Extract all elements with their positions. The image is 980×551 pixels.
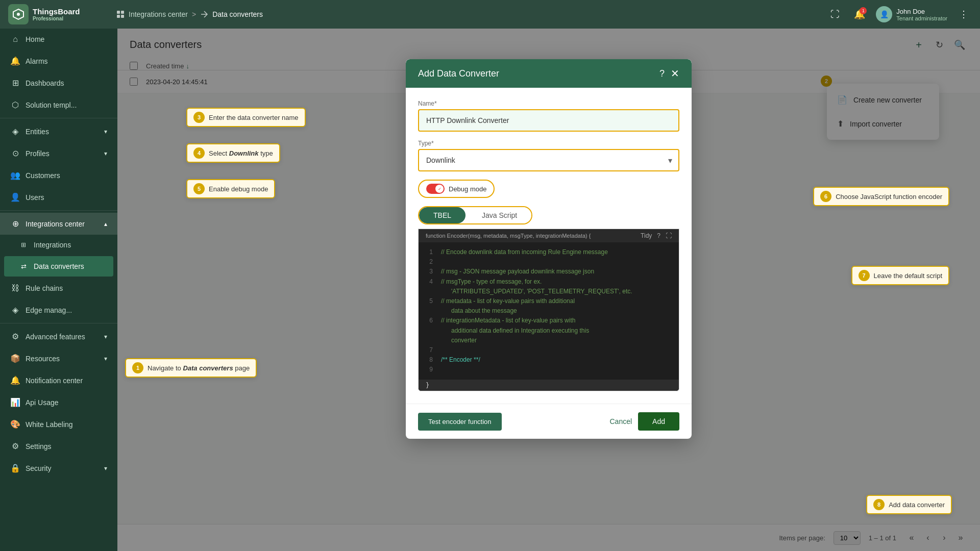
type-select-wrapper: Downlink Uplink [418, 149, 679, 171]
type-label: Type* [418, 140, 679, 147]
debug-toggle[interactable]: ✓ Debug mode [418, 180, 495, 198]
home-icon: ⌂ [10, 35, 20, 44]
sidebar-label-resources: Resources [26, 355, 60, 363]
breadcrumb-integrations[interactable]: Integrations center [129, 10, 188, 18]
svg-rect-4 [117, 15, 120, 18]
tab-tbel[interactable]: TBEL [419, 207, 465, 223]
sidebar-divider-2 [0, 210, 117, 211]
sidebar-item-advanced-features[interactable]: ⚙ Advanced features ▾ [0, 325, 117, 347]
svg-rect-2 [117, 11, 120, 14]
sidebar-item-security[interactable]: 🔒 Security ▾ [0, 457, 117, 479]
advanced-features-icon: ⚙ [10, 332, 20, 341]
sidebar-label-profiles: Profiles [26, 149, 50, 158]
logo-icon [8, 4, 29, 24]
sidebar-label-integrations-center: Integrations center [26, 220, 85, 228]
name-label: Name* [418, 100, 679, 107]
modal-footer: Test encoder function Cancel Add [406, 404, 692, 439]
code-editor-actions: Tidy ? ⛶ [641, 232, 672, 239]
sidebar-item-profiles[interactable]: ⊙ Profiles ▾ [0, 142, 117, 164]
profiles-arrow: ▾ [104, 150, 107, 157]
notification-center-icon: 🔔 [10, 375, 20, 385]
code-tabs: TBEL Java Script [418, 206, 532, 224]
integrations-center-icon: ⊕ [10, 219, 20, 229]
rule-chains-icon: ⛓ [10, 284, 20, 293]
modal-title: Add Data Converter [418, 68, 499, 79]
notifications-button[interactable]: 🔔 1 [851, 6, 868, 22]
sidebar-label-security: Security [26, 464, 52, 472]
avatar: 👤 [876, 6, 892, 22]
sidebar-item-entities[interactable]: ◈ Entities ▾ [0, 120, 117, 142]
sidebar-item-customers[interactable]: 👥 Customers [0, 164, 117, 186]
breadcrumb-separator: > [192, 10, 196, 18]
sidebar-label-edge-management: Edge manag... [26, 306, 72, 314]
modal-body: Name* Type* Downlink Uplink [406, 88, 692, 404]
code-body: 1 // Encode downlink data from incoming … [419, 242, 679, 380]
sidebar-label-alarms: Alarms [26, 57, 48, 65]
sidebar-label-solution: Solution templ... [26, 101, 77, 109]
sidebar-label-integrations: Integrations [34, 241, 71, 249]
sidebar-label-entities: Entities [26, 128, 49, 136]
sidebar-item-edge-management[interactable]: ◈ Edge manag... [0, 299, 117, 321]
sidebar-item-dashboards[interactable]: ⊞ Dashboards [0, 72, 117, 94]
cancel-button[interactable]: Cancel [609, 417, 632, 425]
modal-close-button[interactable]: ✕ [671, 67, 679, 80]
sidebar-divider-1 [0, 118, 117, 118]
alarms-icon: 🔔 [10, 56, 20, 66]
sidebar-label-notification-center: Notification center [26, 377, 83, 385]
notification-badge: 1 [860, 7, 867, 14]
tidy-button[interactable]: Tidy [641, 232, 652, 239]
sidebar-label-rule-chains: Rule chains [26, 284, 63, 292]
help-code-button[interactable]: ? [657, 232, 660, 239]
code-line-5b: data about the message [419, 306, 679, 316]
code-line-6b: additional data defined in Integration e… [419, 326, 679, 336]
code-line-2: 2 [419, 257, 679, 267]
code-line-8: 8 /** Encoder **/ [419, 355, 679, 365]
sidebar-label-users: Users [26, 193, 44, 202]
security-arrow: ▾ [104, 465, 107, 472]
resources-arrow: ▾ [104, 355, 107, 362]
sidebar-item-solution-templates[interactable]: ⬡ Solution templ... [0, 94, 117, 116]
modal-help-button[interactable]: ? [659, 68, 665, 79]
expand-code-button[interactable]: ⛶ [666, 232, 672, 239]
user-name: John Doe [896, 8, 947, 15]
test-encoder-button[interactable]: Test encoder function [418, 413, 502, 431]
breadcrumb-converters[interactable]: Data converters [212, 10, 263, 18]
code-closing-brace: } [419, 380, 679, 391]
sidebar-label-advanced-features: Advanced features [26, 333, 85, 341]
sidebar-item-resources[interactable]: 📦 Resources ▾ [0, 347, 117, 369]
sidebar-item-users[interactable]: 👤 Users [0, 186, 117, 208]
code-line-6c: converter [419, 336, 679, 345]
sidebar-item-api-usage[interactable]: 📊 Api Usage [0, 391, 117, 413]
sidebar-label-api-usage: Api Usage [26, 398, 59, 407]
tab-javascript[interactable]: Java Script [468, 207, 531, 223]
fullscreen-button[interactable]: ⛶ [827, 6, 843, 22]
sidebar-item-data-converters[interactable]: ⇄ Data converters [4, 256, 113, 277]
sidebar-item-alarms[interactable]: 🔔 Alarms [0, 50, 117, 72]
debug-switch[interactable]: ✓ [426, 184, 445, 194]
users-icon: 👤 [10, 192, 20, 202]
more-options-button[interactable]: ⋮ [955, 6, 972, 22]
type-select[interactable]: Downlink Uplink [418, 149, 679, 171]
sidebar-item-notification-center[interactable]: 🔔 Notification center [0, 369, 117, 391]
add-button[interactable]: Add [638, 412, 679, 431]
sidebar-item-home[interactable]: ⌂ Home [0, 29, 117, 50]
type-form-group: Type* Downlink Uplink [418, 140, 679, 171]
sidebar-item-integrations-center[interactable]: ⊕ Integrations center ▴ [0, 213, 117, 235]
topbar: ThingsBoard Professional Integrations ce… [0, 0, 980, 29]
sidebar-item-rule-chains[interactable]: ⛓ Rule chains [0, 278, 117, 299]
sidebar-item-integrations[interactable]: ⊞ Integrations [0, 235, 117, 255]
name-input[interactable] [418, 109, 679, 132]
topbar-actions: ⛶ 🔔 1 👤 John Doe Tenant administrator ⋮ [827, 6, 972, 22]
code-line-9: 9 [419, 365, 679, 374]
integrations-center-arrow: ▴ [104, 220, 107, 228]
security-icon: 🔒 [10, 463, 20, 473]
solution-icon: ⬡ [10, 100, 20, 110]
sidebar-item-settings[interactable]: ⚙ Settings [0, 435, 117, 457]
user-info[interactable]: 👤 John Doe Tenant administrator [876, 6, 947, 22]
add-data-converter-modal: Add Data Converter ? ✕ Name* Typ [406, 59, 692, 439]
api-usage-icon: 📊 [10, 397, 20, 407]
customers-icon: 👥 [10, 170, 20, 180]
sidebar-item-white-labeling[interactable]: 🎨 White Labeling [0, 413, 117, 435]
svg-rect-3 [121, 11, 124, 14]
main-layout: ⌂ Home 🔔 Alarms ⊞ Dashboards ⬡ Solution … [0, 29, 980, 551]
